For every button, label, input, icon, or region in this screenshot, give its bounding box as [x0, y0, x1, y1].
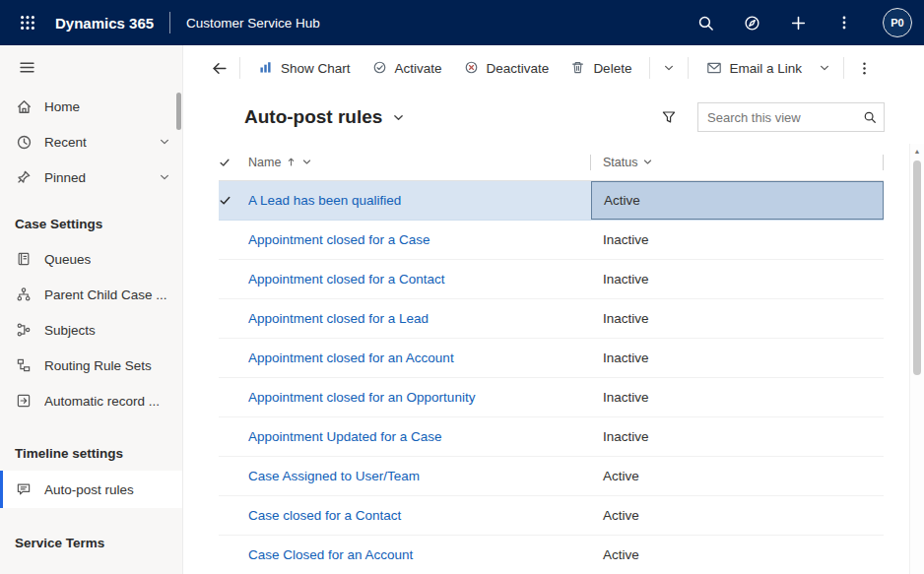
- rule-status-cell[interactable]: Inactive: [591, 221, 884, 259]
- global-search-button[interactable]: [690, 7, 721, 38]
- rule-name-link[interactable]: A Lead has been qualified: [248, 181, 591, 220]
- sidebar-item-routing-rule-sets[interactable]: Routing Rule Sets: [0, 348, 182, 383]
- sidebar-item-auto-post-rules[interactable]: Auto-post rules: [0, 471, 182, 508]
- rule-status-cell[interactable]: Inactive: [591, 339, 884, 377]
- rule-name-link[interactable]: Case Closed for an Account: [248, 536, 591, 574]
- waffle-menu-button[interactable]: [12, 7, 43, 38]
- table-row[interactable]: Appointment closed for an Account Inacti…: [219, 339, 884, 378]
- deactivate-button[interactable]: Deactivate: [453, 51, 561, 85]
- compass-icon: [744, 15, 760, 32]
- rule-status-cell[interactable]: Inactive: [591, 260, 884, 298]
- table-row[interactable]: Appointment closed for a Contact Inactiv…: [219, 260, 884, 299]
- table-row[interactable]: Appointment Updated for a Case Inactive: [219, 417, 884, 457]
- table-row[interactable]: Appointment closed for an Opportunity In…: [219, 378, 884, 417]
- sidebar-item-recent[interactable]: Recent: [0, 124, 182, 159]
- row-select-checkbox[interactable]: [219, 378, 248, 416]
- rule-name-link[interactable]: Case closed for a Contact: [248, 496, 591, 535]
- sitemap-toggle-row: [0, 45, 182, 89]
- sidebar-item-label: Queues: [44, 252, 91, 267]
- avatar[interactable]: P0: [883, 8, 912, 37]
- column-header-name[interactable]: Name: [248, 144, 591, 180]
- rule-name-link[interactable]: Appointment closed for a Lead: [248, 299, 591, 338]
- delete-split-chevron-button[interactable]: [657, 53, 681, 83]
- rule-name-link[interactable]: Appointment closed for an Opportunity: [248, 378, 591, 416]
- chevron-down-icon[interactable]: [159, 171, 170, 183]
- view-header-actions: [658, 102, 885, 132]
- automatic-record-icon: [15, 392, 33, 410]
- select-all-checkbox[interactable]: [219, 157, 248, 168]
- activate-label: Activate: [395, 61, 442, 76]
- column-header-status[interactable]: Status: [591, 144, 884, 180]
- rule-name-link[interactable]: Case Assigned to User/Team: [248, 457, 591, 495]
- sitemap-toggle-button[interactable]: [13, 53, 40, 81]
- scrollbar-thumb[interactable]: [913, 160, 921, 375]
- email-split-chevron-button[interactable]: [813, 53, 836, 83]
- table-row[interactable]: Case Closed for an Account Active: [219, 536, 884, 574]
- table-row[interactable]: Case closed for a Contact Active: [219, 496, 884, 536]
- delete-button[interactable]: Delete: [560, 51, 642, 85]
- guided-help-button[interactable]: [736, 7, 767, 38]
- rule-name-link[interactable]: Appointment closed for an Account: [248, 339, 591, 377]
- topbar-more-button[interactable]: [828, 7, 860, 38]
- activate-icon: [372, 60, 388, 76]
- filter-button[interactable]: [658, 106, 680, 128]
- quick-create-button[interactable]: [782, 7, 814, 38]
- rule-name-link[interactable]: Appointment closed for a Case: [248, 221, 591, 259]
- sidebar-item-parent-child-case[interactable]: Parent Child Case ...: [0, 277, 182, 312]
- rule-status-cell[interactable]: Inactive: [591, 299, 884, 338]
- row-select-checkbox[interactable]: [219, 221, 248, 259]
- back-arrow-icon: [211, 60, 228, 77]
- row-select-checkbox[interactable]: [219, 299, 248, 338]
- view-selector[interactable]: Auto-post rules: [244, 106, 405, 128]
- rule-status-cell[interactable]: Inactive: [591, 417, 884, 456]
- activate-button[interactable]: Activate: [362, 51, 453, 85]
- email-a-link-button[interactable]: Email a Link: [695, 51, 813, 85]
- rule-status-cell[interactable]: Active: [591, 457, 884, 495]
- sidebar-scrollbar[interactable]: [176, 93, 181, 130]
- view-search-input[interactable]: [698, 110, 863, 125]
- kebab-icon: [836, 15, 852, 31]
- sidebar-section-case-settings: Case Settings: [0, 195, 182, 241]
- scroll-up-arrow[interactable]: ▲: [910, 144, 924, 158]
- grid-scrollbar[interactable]: ▲: [909, 144, 924, 574]
- brand-title[interactable]: Dynamics 365: [55, 15, 154, 32]
- main-content: Show Chart Activate Deactivate: [183, 45, 924, 574]
- rule-status-cell[interactable]: Inactive: [591, 378, 884, 416]
- row-select-checkbox[interactable]: [219, 536, 248, 574]
- row-select-checkbox[interactable]: [219, 457, 248, 495]
- commandbar-overflow-button[interactable]: [851, 53, 879, 83]
- sidebar-item-pinned[interactable]: Pinned: [0, 159, 182, 195]
- rule-status-cell[interactable]: Active: [591, 181, 884, 220]
- sidebar-item-automatic-record[interactable]: Automatic record ...: [0, 383, 182, 418]
- rule-status-cell[interactable]: Active: [591, 496, 884, 535]
- waffle-icon: [19, 14, 36, 32]
- table-row[interactable]: A Lead has been qualified Active: [219, 181, 884, 221]
- column-divider[interactable]: [883, 155, 884, 170]
- sidebar-section-timeline-settings: Timeline settings: [0, 418, 182, 471]
- table-row[interactable]: Case Assigned to User/Team Active: [219, 457, 884, 496]
- rule-name-link[interactable]: Appointment Updated for a Case: [248, 417, 591, 456]
- row-select-checkbox[interactable]: [219, 339, 248, 377]
- magnifier-icon[interactable]: [863, 110, 877, 124]
- sidebar-item-subjects[interactable]: Subjects: [0, 312, 182, 348]
- row-select-checkbox[interactable]: [219, 260, 248, 298]
- sidebar-item-queues[interactable]: Queues: [0, 241, 182, 277]
- show-chart-button[interactable]: Show Chart: [247, 51, 362, 85]
- table-row[interactable]: Appointment closed for a Case Inactive: [219, 221, 884, 260]
- row-select-checkbox[interactable]: [219, 496, 248, 535]
- hamburger-icon: [19, 59, 35, 76]
- row-select-checkbox[interactable]: [219, 181, 248, 220]
- topbar-actions: P0: [690, 7, 912, 38]
- rule-name-link[interactable]: Appointment closed for a Contact: [248, 260, 591, 298]
- table-row[interactable]: Appointment closed for a Lead Inactive: [219, 299, 884, 339]
- back-button[interactable]: [205, 53, 232, 83]
- app-name[interactable]: Customer Service Hub: [186, 16, 320, 31]
- commandbar-divider: [649, 57, 650, 79]
- column-header-label: Name: [248, 156, 281, 169]
- row-select-checkbox[interactable]: [219, 417, 248, 456]
- funnel-icon: [661, 109, 677, 125]
- chevron-down-icon[interactable]: [159, 136, 170, 148]
- grid-header-row: Name Status: [219, 144, 884, 181]
- rule-status-cell[interactable]: Active: [591, 536, 884, 574]
- sidebar-item-home[interactable]: Home: [0, 89, 182, 124]
